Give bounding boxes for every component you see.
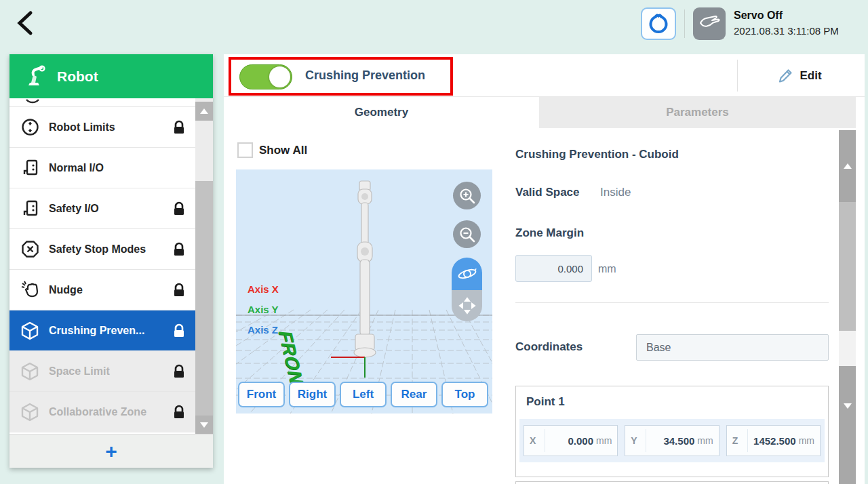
magnifier-plus-icon <box>458 187 476 205</box>
viewport-mode-control <box>452 258 482 321</box>
sidebar-item-safety-io[interactable]: Safety I/O <box>9 188 195 229</box>
axis-letter: X <box>530 435 542 446</box>
cube-icon <box>20 362 39 381</box>
scroll-up-button[interactable] <box>195 102 213 121</box>
coordinates-select[interactable]: Base <box>636 334 829 361</box>
hand-guide-tile[interactable] <box>693 7 726 40</box>
servo-status: Servo Off <box>734 9 783 22</box>
point1-x-field[interactable]: X 0.000 mm <box>524 425 618 456</box>
point1-title: Point 1 <box>526 395 565 409</box>
axis-letter: Y <box>631 435 643 446</box>
main-header: Crushing Prevention Edit <box>224 54 865 97</box>
valid-space-label: Valid Space <box>515 186 580 199</box>
scrollbar-thumb[interactable] <box>195 181 213 416</box>
view-top-button[interactable]: Top <box>441 382 488 407</box>
axis-letter: Z <box>732 435 745 446</box>
topbar-divider <box>684 9 685 38</box>
robot-arm-icon <box>24 65 47 88</box>
field-unit: mm <box>596 435 612 446</box>
show-all-checkbox[interactable] <box>237 142 253 158</box>
zoom-in-button[interactable] <box>453 182 481 209</box>
pan-mode-button[interactable] <box>452 290 482 321</box>
add-safety-zone-button[interactable]: + <box>9 434 213 468</box>
tab-parameters[interactable]: Parameters <box>539 97 856 128</box>
sidebar-list: Robot Limits Normal I/O <box>9 98 195 434</box>
lock-icon <box>172 364 186 379</box>
robot-arm-graphic <box>344 180 385 366</box>
point1-y-field[interactable]: Y 34.500 mm <box>625 425 719 456</box>
view-front-button[interactable]: Front <box>238 382 285 407</box>
nudge-icon <box>20 281 39 300</box>
view-rear-button[interactable]: Rear <box>391 382 437 407</box>
view-right-button[interactable]: Right <box>289 382 336 407</box>
main-panel: Crushing Prevention Edit Geometry Parame… <box>224 54 865 484</box>
screen: { "topbar": { "servo_status": "Servo Off… <box>0 0 868 484</box>
field-value: 1452.500 <box>751 435 796 447</box>
lock-icon <box>172 201 186 216</box>
back-button[interactable] <box>11 8 41 38</box>
zone-margin-input[interactable]: 0.000 <box>515 255 592 282</box>
io-icon <box>20 159 39 178</box>
sidebar-item-label: Collaborative Zone <box>49 406 163 418</box>
tab-geometry[interactable]: Geometry <box>224 97 539 128</box>
sidebar-item-nudge[interactable]: Nudge <box>9 270 195 310</box>
sidebar-item-normal-io[interactable]: Normal I/O <box>9 148 195 188</box>
sidebar-item-safety-stop-modes[interactable]: Safety Stop Modes <box>9 229 195 270</box>
move-arrows-icon <box>458 296 477 315</box>
zone-margin-label: Zone Margin <box>515 226 584 240</box>
servo-timestamp: 2021.08.31 3:11:08 PM <box>734 25 839 37</box>
point1-z-field[interactable]: Z 1452.500 mm <box>726 425 821 456</box>
lock-icon <box>172 242 186 257</box>
sidebar-title: Robot <box>57 68 98 85</box>
sidebar-item-partial[interactable] <box>9 98 195 107</box>
scroll-up-button[interactable] <box>839 130 856 202</box>
field-separator <box>747 429 748 452</box>
scroll-down-button[interactable] <box>839 366 856 484</box>
valid-space-value: Inside <box>600 186 631 199</box>
sidebar-scrollbar[interactable] <box>195 98 213 434</box>
axis-line-z <box>364 357 366 378</box>
plus-icon: + <box>105 441 117 462</box>
rotate-mode-button[interactable] <box>452 258 482 290</box>
magnifier-minus-icon <box>458 226 476 243</box>
sidebar-item-label: Safety I/O <box>49 203 163 215</box>
scroll-down-button[interactable] <box>195 416 213 434</box>
scrollbar-thumb[interactable] <box>839 202 856 331</box>
lock-icon <box>172 283 186 298</box>
panel-title: Crushing Prevention - Cuboid <box>515 148 679 161</box>
sidebar-item-collaborative-zone[interactable]: Collaborative Zone <box>9 392 195 432</box>
triangle-up-icon <box>200 108 208 114</box>
pencil-icon <box>778 68 793 84</box>
sidebar-item-label: Space Limit <box>49 365 163 378</box>
sidebar-item-label: Robot Limits <box>49 121 163 134</box>
orbit-icon <box>457 265 477 283</box>
coordinates-label: Coordinates <box>515 340 583 354</box>
edit-button[interactable]: Edit <box>760 64 841 87</box>
sidebar-item-label: Crushing Preven... <box>49 325 163 337</box>
toggle-label: Crushing Prevention <box>305 68 425 83</box>
view-left-button[interactable]: Left <box>340 382 387 407</box>
edit-label: Edit <box>800 69 821 83</box>
zoom-out-button[interactable] <box>453 220 481 248</box>
crushing-prevention-toggle[interactable] <box>239 64 292 89</box>
sidebar: Robot Robot Limits <box>9 54 213 468</box>
content-scrollbar[interactable] <box>839 130 856 484</box>
lock-icon <box>172 405 186 420</box>
sidebar-item-crushing-prevention[interactable]: Crushing Preven... <box>9 310 195 351</box>
sidebar-item-robot-limits[interactable]: Robot Limits <box>9 107 195 148</box>
lock-icon <box>172 120 186 135</box>
servo-power-button[interactable] <box>641 7 676 40</box>
axis-x-label: Axis X <box>248 283 279 295</box>
robot-3d-viewport[interactable]: Axis X Axis Y Axis Z FRONT <box>236 169 492 414</box>
section-divider <box>515 302 829 303</box>
field-separator <box>646 429 646 452</box>
axis-y-label: Axis Y <box>248 304 279 315</box>
axis-line-x <box>331 357 365 358</box>
field-separator <box>545 429 545 452</box>
sidebar-item-space-limit[interactable]: Space Limit <box>9 351 195 392</box>
field-unit: mm <box>799 435 814 446</box>
show-all-label: Show All <box>259 144 307 157</box>
chevron-left-icon <box>11 8 41 38</box>
cube-icon <box>20 321 39 340</box>
sidebar-item-label: Safety Stop Modes <box>49 243 163 256</box>
